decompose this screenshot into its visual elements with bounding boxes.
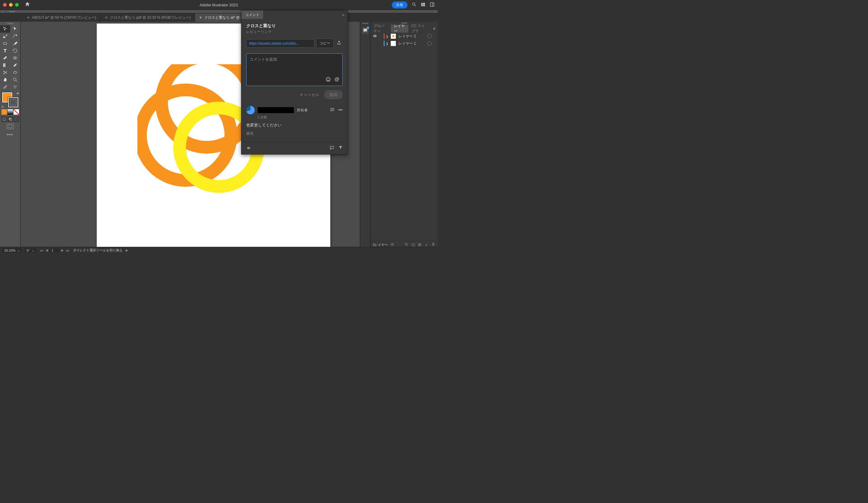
- play-icon[interactable]: ▶: [126, 248, 128, 252]
- review-link[interactable]: https://assets.adobe.com/id/u...: [246, 39, 314, 48]
- cancel-button[interactable]: キャンセル: [300, 92, 319, 98]
- first-icon[interactable]: ⏮: [39, 249, 44, 252]
- shape-builder-tool[interactable]: [10, 54, 21, 62]
- artboard-number[interactable]: 1: [50, 248, 59, 253]
- next-icon[interactable]: ▶: [61, 248, 64, 252]
- collapse-right-icon[interactable]: »: [434, 11, 436, 14]
- share-link-icon[interactable]: [335, 39, 343, 47]
- expand-icon[interactable]: ❯: [386, 35, 389, 38]
- expand-icon[interactable]: ❯: [386, 42, 389, 45]
- avatar: [246, 106, 255, 114]
- export-icon[interactable]: ⇱: [391, 243, 394, 247]
- edit-toolbar-icon[interactable]: •••: [7, 132, 13, 137]
- eyedropper-tool[interactable]: [10, 62, 21, 69]
- curvature-tool[interactable]: [10, 33, 21, 40]
- cloud-icon[interactable]: [246, 145, 251, 151]
- hand-tool[interactable]: [0, 76, 10, 83]
- home-icon[interactable]: [25, 1, 30, 8]
- minimize-window[interactable]: [9, 3, 13, 7]
- prev-icon[interactable]: ◀: [45, 248, 49, 252]
- author-role: 所有者: [297, 108, 308, 113]
- scissors-tool[interactable]: [0, 69, 10, 76]
- document-tab[interactable]: ✕ ABOUT.ai* @ 50 % (CMYK/プレビュー): [23, 13, 101, 22]
- selection-indicator[interactable]: [433, 41, 436, 46]
- color-solid[interactable]: [1, 109, 7, 115]
- svg-point-0: [413, 3, 415, 5]
- selection-indicator[interactable]: [433, 34, 436, 38]
- mention-icon[interactable]: @: [334, 77, 339, 83]
- tab-cc-libraries[interactable]: CC ライブラ: [409, 25, 431, 33]
- zoom-tool[interactable]: [10, 76, 21, 83]
- ellipse-tool[interactable]: [0, 40, 10, 47]
- tab-properties[interactable]: プロパティ: [370, 25, 391, 33]
- swap-fill-stroke-icon[interactable]: ⇄: [17, 92, 19, 95]
- stroke-swatch[interactable]: [8, 97, 18, 108]
- blend-tool[interactable]: [0, 83, 10, 91]
- fill-stroke-swatch[interactable]: ⇄ ◱: [2, 92, 18, 108]
- layer-row[interactable]: ❯ レイヤー 2: [370, 33, 437, 40]
- layer-thumbnail[interactable]: [391, 41, 396, 46]
- width-tool[interactable]: [10, 69, 21, 76]
- copy-link-button[interactable]: コピー: [316, 39, 334, 48]
- comment-input[interactable]: コメントを追加 @: [246, 53, 343, 86]
- close-window[interactable]: [3, 3, 7, 7]
- target-icon[interactable]: [427, 41, 432, 46]
- app-title: Adobe Illustrator 2023: [199, 3, 238, 7]
- pin-comment-icon[interactable]: [329, 145, 334, 151]
- reply-button[interactable]: 返信: [246, 131, 343, 136]
- layer-thumbnail[interactable]: [391, 33, 396, 39]
- gradient-tool[interactable]: [0, 62, 10, 69]
- layer-name[interactable]: レイヤー 1: [397, 41, 426, 46]
- tab-layers[interactable]: レイヤー: [391, 25, 409, 33]
- tool-hint: ダイレクト選択ツールを切り換え: [73, 248, 123, 253]
- maximize-window[interactable]: [15, 3, 19, 7]
- zoom-level[interactable]: 33.33% ⌄: [2, 248, 22, 253]
- rotate-tool[interactable]: [10, 47, 21, 54]
- collapse-panel-icon[interactable]: »: [339, 12, 348, 17]
- color-none[interactable]: [13, 109, 19, 115]
- close-tab-icon[interactable]: ✕: [27, 16, 30, 20]
- screen-mode[interactable]: [7, 124, 14, 129]
- send-button[interactable]: 送信: [324, 90, 343, 99]
- rotate-view[interactable]: 0° ⌄: [25, 248, 36, 253]
- direct-selection-tool[interactable]: [10, 26, 21, 33]
- workspace-icon[interactable]: [430, 2, 435, 8]
- layer-name[interactable]: レイヤー 2: [397, 34, 426, 39]
- share-button[interactable]: 共有: [392, 1, 407, 9]
- svg-rect-16: [3, 118, 6, 120]
- pen-tool[interactable]: [0, 33, 10, 40]
- grip-icon[interactable]: [9, 11, 15, 12]
- emoji-icon[interactable]: [326, 77, 331, 83]
- search-icon[interactable]: [412, 2, 416, 8]
- color-gradient[interactable]: [8, 109, 13, 115]
- selection-tool[interactable]: [0, 26, 10, 33]
- type-tool[interactable]: [0, 47, 10, 54]
- eraser-tool[interactable]: [0, 54, 10, 62]
- default-fill-stroke-icon[interactable]: ◱: [1, 105, 4, 108]
- draw-inside[interactable]: [13, 117, 19, 122]
- target-icon[interactable]: [427, 34, 432, 38]
- symbol-sprayer-tool[interactable]: [10, 83, 21, 91]
- close-tab-icon[interactable]: ✕: [105, 16, 107, 20]
- close-tab-icon[interactable]: ✕: [199, 16, 202, 20]
- svg-point-13: [14, 86, 15, 87]
- panel-menu-icon[interactable]: ≡: [431, 25, 437, 33]
- resolve-icon[interactable]: [330, 108, 334, 113]
- layers-list: ❯ レイヤー 2 ❯ レイヤー 1: [370, 33, 437, 47]
- filter-icon[interactable]: [339, 145, 343, 151]
- grip-icon[interactable]: [7, 23, 13, 24]
- comment-text: 色変更してください: [246, 122, 343, 128]
- collapse-left-icon[interactable]: «: [2, 11, 3, 14]
- layer-row[interactable]: ❯ レイヤー 1: [370, 40, 437, 47]
- arrange-icon[interactable]: [421, 2, 426, 8]
- comments-tab[interactable]: コメント: [241, 11, 263, 19]
- visibility-icon[interactable]: [372, 34, 378, 39]
- more-icon[interactable]: •••: [338, 108, 343, 113]
- paintbrush-tool[interactable]: [10, 40, 21, 47]
- document-tab[interactable]: ✕ クロスと重なり.pdf @ 33.33 % (RGB/プレビュー): [101, 13, 195, 22]
- grip-icon[interactable]: [362, 23, 368, 24]
- comments-dock-icon[interactable]: [362, 27, 369, 34]
- draw-normal[interactable]: [1, 117, 7, 122]
- last-icon[interactable]: ⏭: [65, 249, 70, 252]
- draw-behind[interactable]: [8, 117, 13, 122]
